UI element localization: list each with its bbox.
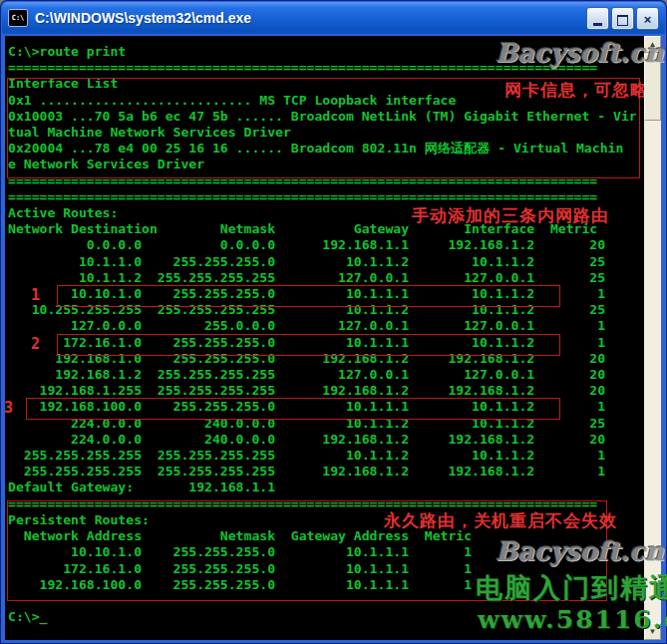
minimize-icon <box>593 23 602 26</box>
maximize-icon <box>617 15 628 26</box>
window-title: C:\WINDOWS\system32\cmd.exe <box>35 10 586 26</box>
scroll-down-button[interactable]: ▼ <box>644 623 661 640</box>
window-controls: × <box>586 7 659 30</box>
minimize-button[interactable] <box>586 7 609 30</box>
active-routes-note: 手动添加的三条内网路由 <box>412 204 609 227</box>
close-icon: × <box>637 10 658 29</box>
interface-list-note: 网卡信息，可忽略 <box>504 79 648 102</box>
route-marker-2: 2 <box>31 335 40 353</box>
title-bar[interactable]: C:\ C:\WINDOWS\system32\cmd.exe × <box>2 2 665 34</box>
route-3-highlight-box <box>26 398 560 420</box>
arrow-down-icon: ▼ <box>649 628 657 636</box>
scroll-up-button[interactable]: ▲ <box>644 36 661 53</box>
scrollbar-thumb[interactable] <box>644 54 661 121</box>
cmd-icon[interactable]: C:\ <box>8 9 28 27</box>
close-button[interactable]: × <box>636 7 659 30</box>
route-2-highlight-box <box>57 334 560 356</box>
arrow-up-icon: ▲ <box>649 41 657 49</box>
route-marker-1: 1 <box>31 286 40 304</box>
route-marker-3: 3 <box>4 399 13 417</box>
persistent-routes-note: 永久路由，关机重启不会失效 <box>384 509 617 532</box>
route-1-highlight-box <box>57 285 560 307</box>
cmd-window: C:\ C:\WINDOWS\system32\cmd.exe × C:\>ro… <box>0 0 667 644</box>
maximize-button[interactable] <box>611 7 634 30</box>
vertical-scrollbar[interactable]: ▲ ▼ <box>644 36 661 640</box>
cmd-icon-label: C:\ <box>12 14 25 22</box>
